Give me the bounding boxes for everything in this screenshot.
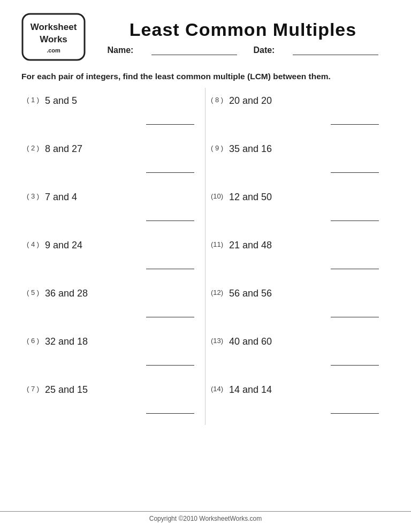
problem-text: 32 and 18 xyxy=(45,336,88,347)
problem-row: ( 3 )7 and 4 xyxy=(27,192,200,203)
problem-text: 7 and 4 xyxy=(45,192,77,203)
problem-row: (12)56 and 56 xyxy=(211,288,384,299)
problem-number: ( 2 ) xyxy=(27,143,41,152)
problem-number: ( 1 ) xyxy=(27,95,41,104)
problem-row: ( 1 )5 and 5 xyxy=(27,95,200,107)
problem-cell: (12)56 and 56 xyxy=(206,280,390,329)
date-label: Date: xyxy=(253,45,275,55)
problem-number: (12) xyxy=(211,288,225,297)
main-title: Least Common Multiples xyxy=(130,19,356,40)
name-label: Name: xyxy=(108,45,134,55)
problem-cell: ( 1 )5 and 5 xyxy=(21,88,206,136)
problem-cell: (10)12 and 50 xyxy=(206,184,390,232)
problem-text: 35 and 16 xyxy=(229,143,272,155)
page: Worksheet Works .com Least Common Multip… xyxy=(0,0,411,532)
problem-row: ( 9 )35 and 16 xyxy=(211,143,384,155)
problem-text: 56 and 56 xyxy=(229,288,272,299)
problem-text: 21 and 48 xyxy=(229,240,272,251)
problem-cell: (13)40 and 60 xyxy=(206,329,390,377)
problem-cell: ( 7 )25 and 15 xyxy=(21,377,206,425)
logo: Worksheet Works .com xyxy=(21,13,86,61)
problems-grid: ( 1 )5 and 5( 8 )20 and 20( 2 )8 and 27(… xyxy=(21,88,390,425)
answer-line[interactable] xyxy=(146,212,194,221)
problem-text: 8 and 27 xyxy=(45,143,82,155)
problem-number: ( 7 ) xyxy=(27,384,41,393)
problem-number: ( 4 ) xyxy=(27,240,41,248)
problem-number: (11) xyxy=(211,240,225,248)
answer-line[interactable] xyxy=(146,261,194,269)
title-block: Least Common Multiples Name: Date: xyxy=(96,19,390,55)
problem-cell: ( 3 )7 and 4 xyxy=(21,184,206,232)
problem-text: 36 and 28 xyxy=(45,288,88,299)
header: Worksheet Works .com Least Common Multip… xyxy=(21,13,390,61)
answer-line[interactable] xyxy=(331,357,379,366)
problem-row: ( 2 )8 and 27 xyxy=(27,143,200,155)
problem-number: (14) xyxy=(211,384,225,393)
footer: Copyright ©2010 WorksheetWorks.com xyxy=(0,511,411,522)
problem-text: 9 and 24 xyxy=(45,240,82,251)
problem-number: ( 6 ) xyxy=(27,336,41,345)
problem-row: (14)14 and 14 xyxy=(211,384,384,396)
instructions: For each pair of integers, find the leas… xyxy=(21,71,390,82)
answer-line[interactable] xyxy=(146,309,194,317)
problem-cell: ( 5 )36 and 28 xyxy=(21,280,206,329)
problem-cell: ( 2 )8 and 27 xyxy=(21,136,206,184)
answer-line[interactable] xyxy=(331,116,379,125)
answer-line[interactable] xyxy=(331,309,379,317)
answer-line[interactable] xyxy=(331,212,379,221)
answer-line[interactable] xyxy=(331,261,379,269)
problem-text: 25 and 15 xyxy=(45,384,88,396)
answer-line[interactable] xyxy=(146,357,194,366)
answer-line[interactable] xyxy=(146,164,194,173)
answer-line[interactable] xyxy=(331,405,379,414)
problem-text: 40 and 60 xyxy=(229,336,272,347)
problem-number: (13) xyxy=(211,336,225,345)
problem-row: (13)40 and 60 xyxy=(211,336,384,347)
problem-cell: ( 9 )35 and 16 xyxy=(206,136,390,184)
date-field[interactable] xyxy=(293,45,378,55)
problem-cell: (14)14 and 14 xyxy=(206,377,390,425)
problem-row: ( 7 )25 and 15 xyxy=(27,384,200,396)
svg-text:.com: .com xyxy=(47,47,60,54)
problem-row: (10)12 and 50 xyxy=(211,192,384,203)
problem-number: (10) xyxy=(211,192,225,200)
problem-text: 5 and 5 xyxy=(45,95,77,107)
answer-line[interactable] xyxy=(146,116,194,125)
name-date-row: Name: Date: xyxy=(108,45,379,55)
problem-text: 12 and 50 xyxy=(229,192,272,203)
problem-number: ( 8 ) xyxy=(211,95,225,104)
problem-cell: ( 6 )32 and 18 xyxy=(21,329,206,377)
problem-text: 20 and 20 xyxy=(229,95,272,107)
problem-row: (11)21 and 48 xyxy=(211,240,384,251)
problem-row: ( 4 )9 and 24 xyxy=(27,240,200,251)
problem-row: ( 6 )32 and 18 xyxy=(27,336,200,347)
problem-text: 14 and 14 xyxy=(229,384,272,396)
svg-text:Works: Works xyxy=(40,34,67,44)
svg-text:Worksheet: Worksheet xyxy=(31,22,77,32)
answer-line[interactable] xyxy=(146,405,194,414)
name-field[interactable] xyxy=(151,45,237,55)
problem-row: ( 8 )20 and 20 xyxy=(211,95,384,107)
problem-number: ( 5 ) xyxy=(27,288,41,297)
problem-cell: ( 4 )9 and 24 xyxy=(21,232,206,280)
problem-number: ( 9 ) xyxy=(211,143,225,152)
problem-number: ( 3 ) xyxy=(27,192,41,200)
answer-line[interactable] xyxy=(331,164,379,173)
problem-cell: ( 8 )20 and 20 xyxy=(206,88,390,136)
problem-row: ( 5 )36 and 28 xyxy=(27,288,200,299)
problem-cell: (11)21 and 48 xyxy=(206,232,390,280)
